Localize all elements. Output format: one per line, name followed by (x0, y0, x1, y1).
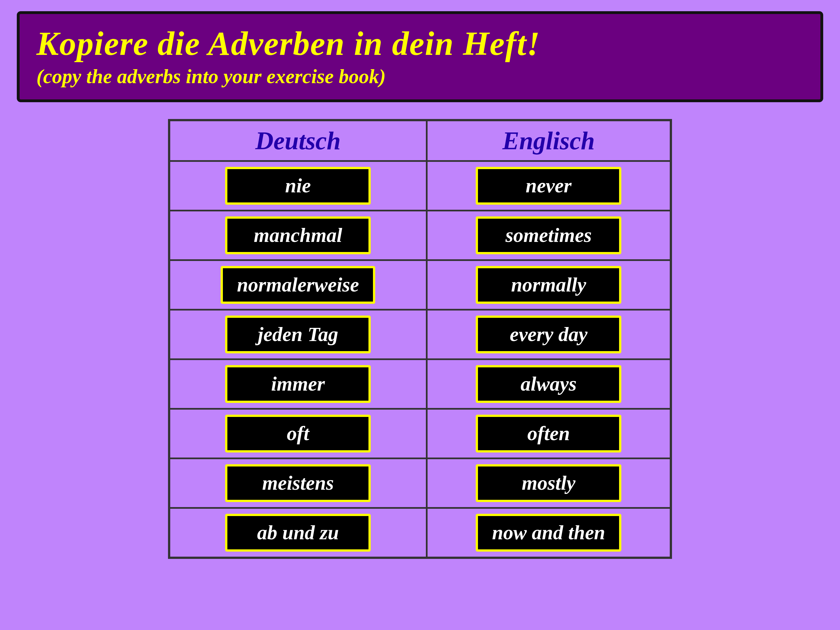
german-badge: oft (225, 415, 371, 453)
german-badge: meistens (225, 464, 371, 502)
german-word: oft (287, 422, 309, 445)
english-word: never (526, 174, 572, 197)
german-word: nie (285, 174, 311, 197)
table-row: oftoften (169, 409, 671, 458)
col-header-english: Englisch (427, 120, 671, 161)
english-badge: always (476, 365, 621, 403)
english-cell: always (427, 359, 671, 409)
title-sub: (copy the adverbs into your exercise boo… (36, 65, 804, 88)
english-badge: normally (476, 266, 621, 304)
german-cell: jeden Tag (169, 309, 427, 359)
german-badge: ab und zu (225, 514, 371, 552)
german-word: manchmal (254, 224, 342, 246)
english-cell: often (427, 409, 671, 458)
english-word: always (521, 373, 576, 395)
german-cell: normalerweise (169, 260, 427, 309)
table-row: immeralways (169, 359, 671, 409)
table-row: jeden Tagevery day (169, 309, 671, 359)
english-badge: sometimes (476, 216, 621, 254)
german-word: jeden Tag (258, 323, 338, 346)
english-cell: normally (427, 260, 671, 309)
table-row: nienever (169, 161, 671, 210)
german-word: immer (271, 373, 325, 395)
german-badge: normalerweise (221, 266, 375, 304)
title-main: Kopiere die Adverben in dein Heft! (36, 25, 804, 62)
german-cell: manchmal (169, 210, 427, 260)
german-cell: immer (169, 359, 427, 409)
german-cell: meistens (169, 458, 427, 508)
english-word: mostly (522, 472, 575, 494)
table-row: ab und zunow and then (169, 508, 671, 558)
title-box: Kopiere die Adverben in dein Heft! (copy… (17, 11, 823, 102)
german-cell: oft (169, 409, 427, 458)
col-header-german: Deutsch (169, 120, 427, 161)
english-cell: mostly (427, 458, 671, 508)
english-word: now and then (492, 521, 605, 544)
german-word: normalerweise (237, 273, 359, 296)
table-row: manchmalsometimes (169, 210, 671, 260)
english-badge: now and then (476, 514, 621, 552)
german-cell: nie (169, 161, 427, 210)
english-badge: mostly (476, 464, 621, 502)
vocab-table: Deutsch Englisch nienevermanchmalsometim… (168, 119, 672, 559)
german-badge: nie (225, 167, 371, 205)
german-cell: ab und zu (169, 508, 427, 558)
english-word: sometimes (505, 224, 592, 246)
german-word: ab und zu (257, 521, 339, 544)
english-badge: often (476, 415, 621, 453)
german-badge: jeden Tag (225, 316, 371, 354)
english-word: every day (510, 323, 587, 346)
english-badge: every day (476, 316, 621, 354)
english-cell: sometimes (427, 210, 671, 260)
table-row: normalerweisenormally (169, 260, 671, 309)
english-cell: every day (427, 309, 671, 359)
english-word: normally (511, 273, 586, 296)
english-badge: never (476, 167, 621, 205)
english-cell: now and then (427, 508, 671, 558)
german-badge: immer (225, 365, 371, 403)
english-word: often (527, 422, 570, 445)
german-badge: manchmal (225, 216, 371, 254)
english-cell: never (427, 161, 671, 210)
table-row: meistensmostly (169, 458, 671, 508)
german-word: meistens (262, 472, 334, 494)
